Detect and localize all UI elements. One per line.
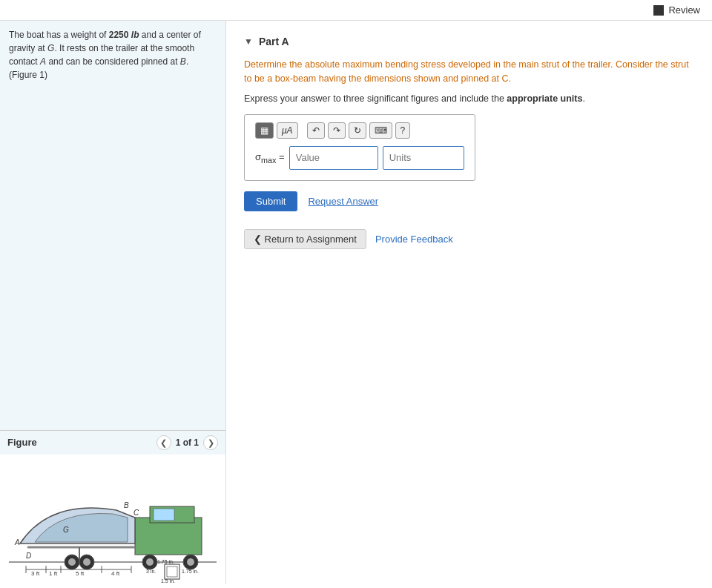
- sidebar: The boat has a weight of 2250 lb and a c…: [0, 21, 226, 584]
- request-answer-button[interactable]: Request Answer: [308, 196, 378, 207]
- submit-button[interactable]: Submit: [244, 191, 297, 211]
- value-input[interactable]: [289, 146, 378, 170]
- answer-toolbar: ▦ μA ↶ ↷ ↻ ⌨ ?: [255, 122, 464, 139]
- undo-button[interactable]: ↶: [307, 122, 325, 139]
- svg-text:G: G: [63, 526, 69, 534]
- figure-next-button[interactable]: ❯: [203, 435, 218, 450]
- collapse-arrow[interactable]: ▼: [244, 36, 253, 47]
- svg-text:3 in.: 3 in.: [146, 569, 156, 574]
- svg-text:4 ft: 4 ft: [111, 570, 120, 577]
- svg-text:A: A: [14, 538, 20, 546]
- units-input[interactable]: [383, 146, 464, 170]
- problem-text: Determine the absolute maximum bending s…: [244, 58, 694, 86]
- main-content: ▼ Part A Determine the absolute maximum …: [226, 21, 712, 584]
- sigma-label: σmax =: [255, 151, 285, 165]
- help-icon: ?: [400, 125, 406, 136]
- matrix-button[interactable]: ▦: [255, 122, 274, 139]
- submit-row: Submit Request Answer: [244, 191, 694, 211]
- main-layout: The boat has a weight of 2250 lb and a c…: [0, 21, 712, 584]
- svg-text:1 ft: 1 ft: [49, 570, 58, 577]
- input-row: σmax =: [255, 146, 464, 170]
- figure-nav: ❮ 1 of 1 ❯: [156, 435, 218, 450]
- review-icon: [653, 5, 664, 16]
- figure-image: B G C A D 3 ft: [0, 455, 225, 584]
- top-bar: Review: [0, 0, 712, 21]
- figure-area: Figure ❮ 1 of 1 ❯: [0, 430, 225, 584]
- reload-icon: ↻: [354, 125, 361, 136]
- matrix-icon: ▦: [260, 125, 268, 136]
- provide-feedback-button[interactable]: Provide Feedback: [375, 234, 453, 245]
- redo-icon: ↷: [333, 125, 340, 136]
- svg-point-5: [146, 558, 154, 566]
- return-assignment-button[interactable]: ❮ Return to Assignment: [244, 229, 366, 249]
- figure-page-info: 1 of 1: [176, 436, 199, 449]
- svg-point-7: [187, 558, 194, 566]
- svg-text:B: B: [124, 501, 129, 509]
- figure-header: Figure ❮ 1 of 1 ❯: [0, 431, 225, 455]
- keyboard-icon: ⌨: [375, 125, 387, 136]
- answer-box: ▦ μA ↶ ↷ ↻ ⌨ ?: [244, 114, 475, 181]
- bottom-nav: ❮ Return to Assignment Provide Feedback: [244, 229, 694, 249]
- review-button[interactable]: Review: [653, 4, 700, 16]
- svg-rect-3: [154, 509, 174, 521]
- instruction-text: Express your answer to three significant…: [244, 93, 694, 104]
- sidebar-description: The boat has a weight of 2250 lb and a c…: [9, 28, 217, 82]
- undo-icon: ↶: [312, 125, 320, 136]
- mu-icon: μA: [282, 125, 293, 136]
- svg-text:5 ft: 5 ft: [76, 570, 85, 577]
- mu-button[interactable]: μA: [277, 122, 298, 139]
- svg-text:C: C: [134, 509, 139, 517]
- svg-point-13: [83, 558, 90, 566]
- figure-prev-button[interactable]: ❮: [156, 435, 171, 450]
- part-label: Part A: [259, 36, 289, 47]
- svg-text:D: D: [26, 552, 31, 560]
- help-button[interactable]: ?: [395, 122, 411, 139]
- reload-button[interactable]: ↻: [349, 122, 366, 139]
- redo-button[interactable]: ↷: [328, 122, 346, 139]
- svg-text:3 ft: 3 ft: [31, 570, 40, 577]
- svg-text:1.75 in.: 1.75 in.: [182, 569, 199, 574]
- svg-rect-33: [167, 566, 177, 577]
- keyboard-button[interactable]: ⌨: [369, 122, 392, 139]
- svg-text:1.75 in.: 1.75 in.: [157, 559, 174, 564]
- svg-point-11: [68, 558, 76, 566]
- part-header: ▼ Part A: [244, 36, 694, 47]
- figure-label: Figure: [7, 435, 37, 450]
- svg-text:1.5 in.: 1.5 in.: [161, 578, 175, 584]
- review-label: Review: [668, 4, 700, 16]
